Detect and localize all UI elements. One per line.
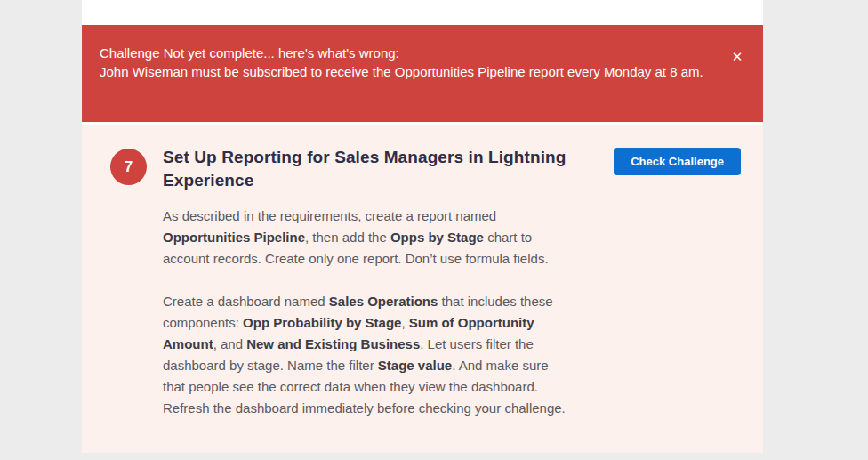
check-challenge-button[interactable]: Check Challenge [614, 148, 741, 175]
banner-message: John Wiseman must be subscribed to recei… [100, 62, 715, 81]
error-banner: Challenge Not yet complete... here's wha… [82, 25, 763, 122]
banner-heading: Challenge Not yet complete... here's wha… [100, 44, 745, 62]
challenge-section: 7 Set Up Reporting for Sales Managers in… [82, 125, 763, 453]
close-icon[interactable]: ✕ [727, 47, 747, 67]
challenge-paragraph-1: As described in the requirements, create… [163, 206, 574, 270]
challenge-header: 7 Set Up Reporting for Sales Managers in… [110, 146, 741, 192]
challenge-paragraph-2: Create a dashboard named Sales Operation… [163, 291, 574, 419]
step-number-badge: 7 [110, 149, 147, 185]
challenge-title: Set Up Reporting for Sales Managers in L… [163, 146, 581, 192]
page-container: Challenge Not yet complete... here's wha… [82, 0, 763, 453]
challenge-description: As described in the requirements, create… [163, 206, 574, 419]
